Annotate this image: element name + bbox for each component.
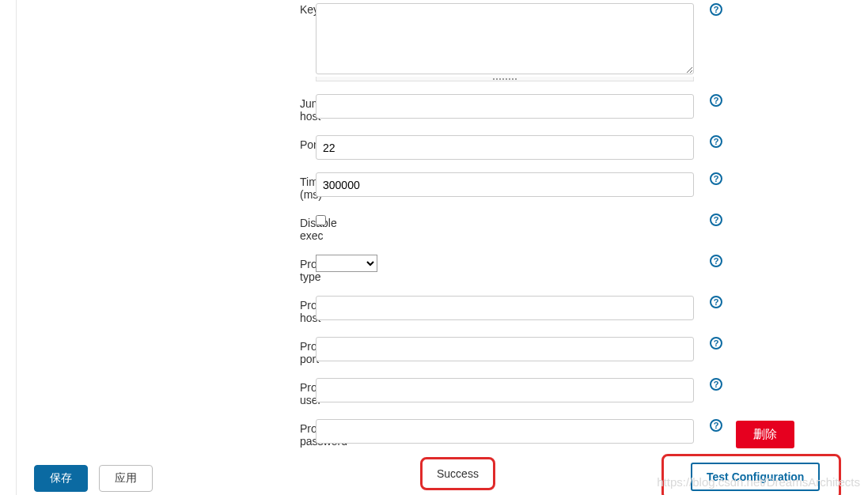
help-icon[interactable]: ?: [710, 135, 722, 148]
proxy-type-select[interactable]: [316, 255, 377, 272]
help-icon[interactable]: ?: [710, 337, 722, 350]
proxy-user-label: Proxy user: [17, 378, 316, 406]
apply-button[interactable]: 应用: [99, 465, 153, 492]
help-icon[interactable]: ?: [710, 255, 722, 267]
help-icon[interactable]: ?: [710, 296, 722, 308]
proxy-port-label: Proxy port: [17, 337, 316, 365]
timeout-input[interactable]: [316, 172, 694, 197]
timeout-label: Timeout (ms): [17, 172, 316, 201]
help-icon[interactable]: ?: [710, 378, 722, 391]
port-input[interactable]: [316, 135, 694, 160]
help-icon[interactable]: ?: [710, 419, 722, 432]
jump-host-label: Jump host: [17, 94, 316, 123]
proxy-host-label: Proxy host: [17, 296, 316, 324]
proxy-port-input[interactable]: [316, 337, 694, 361]
help-icon[interactable]: ?: [710, 172, 722, 185]
proxy-type-label: Proxy type: [17, 255, 316, 283]
proxy-password-label: Proxy password: [17, 419, 316, 448]
proxy-password-input[interactable]: [316, 419, 694, 444]
port-label: Port: [17, 135, 316, 151]
save-button[interactable]: 保存: [34, 465, 88, 492]
key-label: Key: [17, 3, 316, 16]
disable-exec-label: Disable exec: [17, 213, 316, 242]
help-icon[interactable]: ?: [710, 213, 722, 226]
textarea-resize-handle[interactable]: [316, 77, 694, 81]
help-icon[interactable]: ?: [710, 3, 722, 16]
key-textarea[interactable]: [316, 3, 694, 74]
delete-button[interactable]: 删除: [736, 421, 794, 448]
test-configuration-button[interactable]: Test Configuration: [691, 463, 820, 491]
help-icon[interactable]: ?: [710, 94, 722, 107]
jump-host-input[interactable]: [316, 94, 694, 119]
proxy-user-input[interactable]: [316, 378, 694, 402]
status-badge: Success: [420, 457, 495, 490]
proxy-host-input[interactable]: [316, 296, 694, 320]
disable-exec-checkbox[interactable]: [316, 215, 326, 225]
